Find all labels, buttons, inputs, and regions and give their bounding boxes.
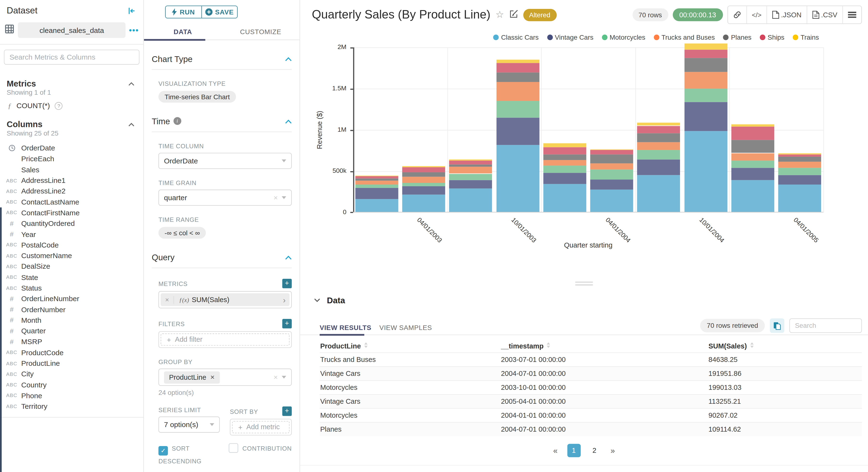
query-section-title[interactable]: Query [152,252,175,262]
bar-segment-motorcycles[interactable] [449,174,492,180]
bar-segment-trucks-and-buses[interactable] [449,166,492,174]
panel-resize-handle[interactable] [575,282,593,287]
legend-item[interactable]: Vintage Cars [547,33,593,41]
add-metric-plus-button[interactable]: + [282,279,292,288]
bar-segment-trucks-and-buses[interactable] [684,72,727,89]
dataset-more-icon[interactable]: ••• [129,26,139,35]
series-limit-select[interactable]: 7 option(s) [158,416,220,433]
dataset-name[interactable]: cleaned_sales_data [18,22,125,38]
contribution-checkbox[interactable] [229,443,238,452]
bar-segment-classic-cars[interactable] [637,175,680,213]
bar-segment-planes[interactable] [496,72,539,82]
bar-segment-vintage-cars[interactable] [449,180,492,188]
legend-item[interactable]: Trucks and Buses [654,33,715,41]
metric-list-item[interactable]: ƒ COUNT(*) ? [0,99,143,110]
legend-item[interactable]: Classic Cars [493,33,539,41]
column-item[interactable]: PriceEach [0,154,143,164]
bar-segment-trains[interactable] [543,144,586,147]
bar-segment-motorcycles[interactable] [543,165,586,173]
column-item[interactable]: ABCDealSize [0,261,143,272]
column-item[interactable]: ABCAddressLine1 [0,175,143,186]
bar-segment-planes[interactable] [637,133,680,142]
bar-segment-classic-cars[interactable] [355,199,398,213]
bar-segment-classic-cars[interactable] [449,188,492,213]
stacked-bar[interactable] [449,48,492,213]
bar-segment-trucks-and-buses[interactable] [496,82,539,101]
column-header[interactable]: __timestamp [500,340,708,352]
column-item[interactable]: #Year [0,229,143,240]
add-sort-metric-button[interactable]: + Add metric [232,421,289,433]
bar-segment-vintage-cars[interactable] [355,188,398,199]
column-header[interactable]: ProductLine [319,340,500,352]
bar-segment-motorcycles[interactable] [778,168,822,175]
clear-icon[interactable]: × [274,373,278,381]
stacked-bar[interactable] [590,48,633,213]
bar-segment-planes[interactable] [684,58,727,72]
page-button-2[interactable]: 2 [588,444,601,457]
stacked-bar[interactable] [355,48,398,213]
bar-segment-motorcycles[interactable] [732,161,774,168]
chevron-up-icon[interactable] [285,54,292,64]
bar-segment-vintage-cars[interactable] [590,180,633,189]
metric-chip[interactable]: × ƒ(x) SUM(Sales) › [161,293,289,306]
legend-item[interactable]: Trains [793,33,819,41]
bar-segment-classic-cars[interactable] [402,195,445,213]
column-item[interactable]: OrderDate [0,143,143,154]
prev-page-button[interactable]: « [551,446,560,455]
favorite-star-icon[interactable]: ☆ [496,9,504,21]
column-item[interactable]: #Quarter [0,326,143,337]
bar-segment-ships[interactable] [778,155,822,157]
chart-menu-button[interactable] [842,6,861,24]
column-item[interactable]: ABCTerritory [0,401,143,412]
run-button[interactable]: RUN [166,6,201,18]
export-csv-button[interactable]: .CSV [806,6,842,24]
column-header[interactable]: SUM(Sales) [708,340,862,352]
bar-segment-ships[interactable] [590,150,633,155]
collapse-sidebar-icon[interactable] [127,6,135,15]
remove-metric-icon[interactable]: × [161,296,174,304]
add-filter-button[interactable]: + Add filter [161,333,289,346]
chart-type-section-title[interactable]: Chart Type [152,54,193,63]
tab-view-results[interactable]: VIEW RESULTS [319,320,371,335]
bar-segment-trains[interactable] [402,166,445,167]
chevron-right-icon[interactable]: › [279,295,289,304]
column-item[interactable]: ABCProductLine [0,358,143,369]
bar-segment-ships[interactable] [355,177,398,178]
bar-segment-trains[interactable] [496,60,539,63]
add-filter-plus-button[interactable]: + [282,319,292,328]
bar-segment-trucks-and-buses[interactable] [402,177,445,183]
column-item[interactable]: ABCStatus [0,283,143,293]
bar-segment-trucks-and-buses[interactable] [355,181,398,185]
bar-segment-vintage-cars[interactable] [402,186,445,195]
time-grain-select[interactable]: quarter × [158,190,292,206]
bar-segment-trains[interactable] [355,176,398,177]
bar-segment-motorcycles[interactable] [637,150,680,159]
tab-view-samples[interactable]: VIEW SAMPLES [379,320,432,335]
bar-segment-trucks-and-buses[interactable] [590,163,633,170]
bar-segment-ships[interactable] [496,63,539,72]
bar-segment-trains[interactable] [590,149,633,150]
column-item[interactable]: ABCProductCode [0,347,143,358]
bar-segment-planes[interactable] [778,157,822,161]
bar-segment-trains[interactable] [732,124,774,127]
bar-segment-ships[interactable] [637,126,680,133]
bar-segment-vintage-cars[interactable] [496,118,539,145]
bar-segment-trucks-and-buses[interactable] [778,161,822,168]
chevron-up-icon[interactable] [285,252,292,262]
chart-title[interactable]: Quarterly Sales (By Product Line) [312,8,491,22]
bar-segment-vintage-cars[interactable] [637,160,680,176]
legend-item[interactable]: Motorcycles [602,33,645,41]
legend-item[interactable]: Planes [723,33,752,41]
share-link-button[interactable] [728,6,746,24]
remove-chip-icon[interactable]: ✕ [210,374,215,380]
column-item[interactable]: ABCCustomerName [0,250,143,261]
stacked-bar[interactable] [496,48,539,213]
bar-segment-planes[interactable] [402,172,445,177]
stacked-bar[interactable] [402,48,445,213]
column-item[interactable]: Sales [0,164,143,175]
save-button[interactable]: SAVE [201,6,237,18]
bar-segment-planes[interactable] [449,165,492,167]
viz-type-value[interactable]: Time-series Bar Chart [158,91,236,103]
chevron-up-icon[interactable] [128,119,135,129]
bar-segment-ships[interactable] [732,127,774,140]
